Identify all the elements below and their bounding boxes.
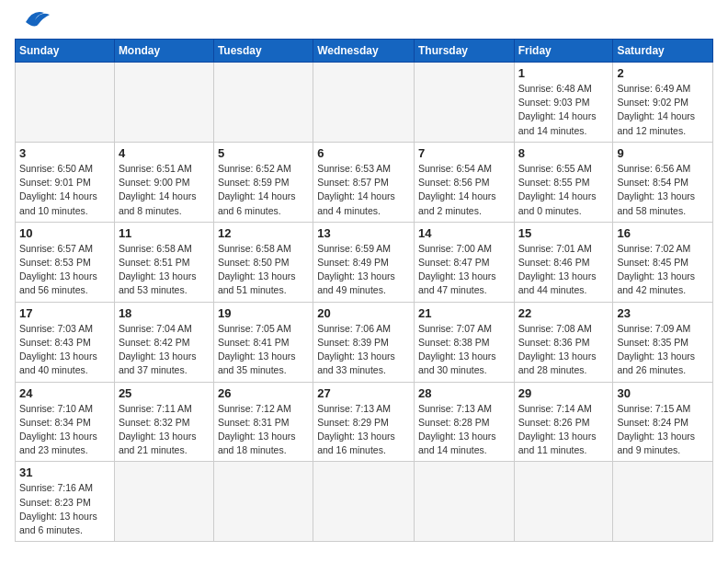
- day-number: 6: [317, 146, 410, 160]
- calendar-cell: [114, 462, 213, 542]
- header-day-saturday: Saturday: [613, 40, 713, 63]
- calendar-cell: [213, 63, 313, 143]
- calendar-cell: 13Sunrise: 6:59 AMSunset: 8:49 PMDayligh…: [313, 222, 415, 302]
- day-info: Sunrise: 6:56 AMSunset: 8:54 PMDaylight:…: [617, 162, 709, 218]
- day-info: Sunrise: 6:54 AMSunset: 8:56 PMDaylight:…: [418, 162, 510, 218]
- day-info: Sunrise: 7:00 AMSunset: 8:47 PMDaylight:…: [418, 242, 510, 298]
- calendar-cell: 1Sunrise: 6:48 AMSunset: 9:03 PMDaylight…: [514, 63, 613, 143]
- calendar-week-row: 31Sunrise: 7:16 AMSunset: 8:23 PMDayligh…: [16, 462, 713, 542]
- calendar-cell: 21Sunrise: 7:07 AMSunset: 8:38 PMDayligh…: [414, 302, 514, 382]
- calendar-week-row: 10Sunrise: 6:57 AMSunset: 8:53 PMDayligh…: [16, 222, 713, 302]
- calendar-cell: [514, 462, 613, 542]
- day-info: Sunrise: 6:52 AMSunset: 8:59 PMDaylight:…: [218, 162, 309, 218]
- calendar-cell: 6Sunrise: 6:53 AMSunset: 8:57 PMDaylight…: [313, 142, 415, 222]
- day-number: 12: [218, 226, 309, 240]
- calendar-cell: [213, 462, 313, 542]
- day-number: 25: [119, 386, 210, 400]
- calendar-cell: [114, 63, 213, 143]
- day-number: 30: [617, 386, 709, 400]
- calendar-cell: 29Sunrise: 7:14 AMSunset: 8:26 PMDayligh…: [514, 382, 613, 462]
- day-info: Sunrise: 6:53 AMSunset: 8:57 PMDaylight:…: [317, 162, 410, 218]
- header-day-tuesday: Tuesday: [213, 40, 313, 63]
- day-number: 20: [317, 306, 410, 320]
- day-number: 15: [518, 226, 609, 240]
- calendar-cell: [313, 462, 415, 542]
- day-number: 3: [19, 146, 110, 160]
- calendar-cell: 11Sunrise: 6:58 AMSunset: 8:51 PMDayligh…: [114, 222, 213, 302]
- day-info: Sunrise: 6:50 AMSunset: 9:01 PMDaylight:…: [19, 162, 110, 218]
- calendar-week-row: 3Sunrise: 6:50 AMSunset: 9:01 PMDaylight…: [16, 142, 713, 222]
- calendar-cell: 7Sunrise: 6:54 AMSunset: 8:56 PMDaylight…: [414, 142, 514, 222]
- day-info: Sunrise: 7:04 AMSunset: 8:42 PMDaylight:…: [119, 322, 210, 378]
- day-info: Sunrise: 7:16 AMSunset: 8:23 PMDaylight:…: [19, 481, 110, 537]
- day-number: 8: [518, 146, 609, 160]
- calendar-cell: 12Sunrise: 6:58 AMSunset: 8:50 PMDayligh…: [213, 222, 313, 302]
- day-info: Sunrise: 7:07 AMSunset: 8:38 PMDaylight:…: [418, 322, 510, 378]
- day-number: 1: [518, 66, 609, 80]
- day-info: Sunrise: 7:03 AMSunset: 8:43 PMDaylight:…: [19, 322, 110, 378]
- calendar-cell: 15Sunrise: 7:01 AMSunset: 8:46 PMDayligh…: [514, 222, 613, 302]
- calendar-cell: [16, 63, 115, 143]
- calendar-cell: 3Sunrise: 6:50 AMSunset: 9:01 PMDaylight…: [16, 142, 115, 222]
- calendar-cell: 18Sunrise: 7:04 AMSunset: 8:42 PMDayligh…: [114, 302, 213, 382]
- day-info: Sunrise: 6:48 AMSunset: 9:03 PMDaylight:…: [518, 82, 609, 138]
- day-info: Sunrise: 6:59 AMSunset: 8:49 PMDaylight:…: [317, 242, 410, 298]
- logo: [15, 13, 51, 31]
- day-info: Sunrise: 7:11 AMSunset: 8:32 PMDaylight:…: [119, 402, 210, 458]
- calendar-cell: 8Sunrise: 6:55 AMSunset: 8:55 PMDaylight…: [514, 142, 613, 222]
- day-number: 4: [119, 146, 210, 160]
- day-info: Sunrise: 7:10 AMSunset: 8:34 PMDaylight:…: [19, 402, 110, 458]
- day-number: 2: [617, 66, 709, 80]
- day-info: Sunrise: 6:57 AMSunset: 8:53 PMDaylight:…: [19, 242, 110, 298]
- day-info: Sunrise: 7:15 AMSunset: 8:24 PMDaylight:…: [617, 402, 709, 458]
- calendar-cell: 16Sunrise: 7:02 AMSunset: 8:45 PMDayligh…: [613, 222, 713, 302]
- calendar-cell: 19Sunrise: 7:05 AMSunset: 8:41 PMDayligh…: [213, 302, 313, 382]
- day-info: Sunrise: 7:12 AMSunset: 8:31 PMDaylight:…: [218, 402, 309, 458]
- day-number: 27: [317, 386, 410, 400]
- header-day-sunday: Sunday: [16, 40, 115, 63]
- day-info: Sunrise: 7:09 AMSunset: 8:35 PMDaylight:…: [617, 322, 709, 378]
- calendar-cell: 2Sunrise: 6:49 AMSunset: 9:02 PMDaylight…: [613, 63, 713, 143]
- calendar-cell: [414, 63, 514, 143]
- calendar-cell: 4Sunrise: 6:51 AMSunset: 9:00 PMDaylight…: [114, 142, 213, 222]
- day-number: 13: [317, 226, 410, 240]
- day-info: Sunrise: 6:55 AMSunset: 8:55 PMDaylight:…: [518, 162, 609, 218]
- calendar-table: SundayMondayTuesdayWednesdayThursdayFrid…: [15, 39, 713, 542]
- header: [15, 13, 713, 31]
- day-number: 10: [19, 226, 110, 240]
- calendar-cell: 9Sunrise: 6:56 AMSunset: 8:54 PMDaylight…: [613, 142, 713, 222]
- header-day-wednesday: Wednesday: [313, 40, 415, 63]
- day-info: Sunrise: 7:01 AMSunset: 8:46 PMDaylight:…: [518, 242, 609, 298]
- day-info: Sunrise: 7:08 AMSunset: 8:36 PMDaylight:…: [518, 322, 609, 378]
- header-day-thursday: Thursday: [414, 40, 514, 63]
- day-number: 14: [418, 226, 510, 240]
- day-number: 24: [19, 386, 110, 400]
- day-info: Sunrise: 7:14 AMSunset: 8:26 PMDaylight:…: [518, 402, 609, 458]
- day-number: 28: [418, 386, 510, 400]
- day-info: Sunrise: 6:51 AMSunset: 9:00 PMDaylight:…: [119, 162, 210, 218]
- calendar-cell: 17Sunrise: 7:03 AMSunset: 8:43 PMDayligh…: [16, 302, 115, 382]
- calendar-cell: 27Sunrise: 7:13 AMSunset: 8:29 PMDayligh…: [313, 382, 415, 462]
- calendar-cell: 28Sunrise: 7:13 AMSunset: 8:28 PMDayligh…: [414, 382, 514, 462]
- calendar-cell: [313, 63, 415, 143]
- calendar-cell: 20Sunrise: 7:06 AMSunset: 8:39 PMDayligh…: [313, 302, 415, 382]
- calendar-cell: [613, 462, 713, 542]
- page: SundayMondayTuesdayWednesdayThursdayFrid…: [0, 0, 728, 563]
- day-info: Sunrise: 6:58 AMSunset: 8:51 PMDaylight:…: [119, 242, 210, 298]
- calendar-cell: 31Sunrise: 7:16 AMSunset: 8:23 PMDayligh…: [16, 462, 115, 542]
- day-number: 18: [119, 306, 210, 320]
- calendar-cell: 24Sunrise: 7:10 AMSunset: 8:34 PMDayligh…: [16, 382, 115, 462]
- day-number: 31: [19, 465, 110, 479]
- logo-bird-icon: [17, 6, 51, 31]
- calendar-cell: 14Sunrise: 7:00 AMSunset: 8:47 PMDayligh…: [414, 222, 514, 302]
- calendar-cell: [414, 462, 514, 542]
- day-number: 5: [218, 146, 309, 160]
- day-number: 16: [617, 226, 709, 240]
- day-number: 17: [19, 306, 110, 320]
- day-number: 23: [617, 306, 709, 320]
- calendar-cell: 23Sunrise: 7:09 AMSunset: 8:35 PMDayligh…: [613, 302, 713, 382]
- day-info: Sunrise: 6:58 AMSunset: 8:50 PMDaylight:…: [218, 242, 309, 298]
- calendar-cell: 22Sunrise: 7:08 AMSunset: 8:36 PMDayligh…: [514, 302, 613, 382]
- header-day-friday: Friday: [514, 40, 613, 63]
- calendar-cell: 10Sunrise: 6:57 AMSunset: 8:53 PMDayligh…: [16, 222, 115, 302]
